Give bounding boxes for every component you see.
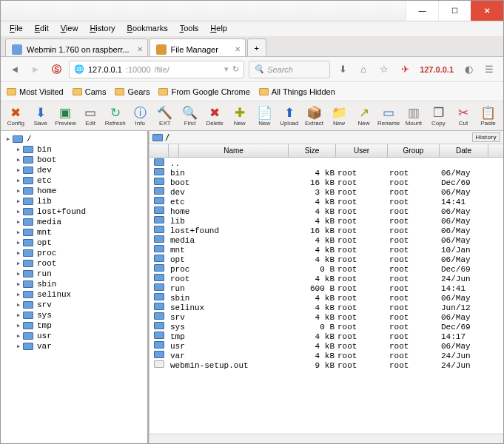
toolbtn-paste[interactable]: 📋Paste [476, 103, 500, 129]
window-maximize-button[interactable]: ☐ [438, 1, 471, 21]
menu-bookmarks[interactable]: Bookmarks [121, 21, 174, 36]
tree-node[interactable]: ▸media [2, 217, 146, 227]
horizontal-scrollbar[interactable] [149, 434, 503, 444]
tab[interactable]: File Manager✕ [149, 38, 246, 56]
folder-tree[interactable]: ▸/▸bin▸boot▸dev▸etc▸home▸lib▸lost+found▸… [1, 131, 149, 444]
tree-node[interactable]: ▸mnt [2, 227, 146, 238]
tree-node[interactable]: ▸lost+found [2, 206, 146, 217]
addon-icon[interactable]: ◐ [460, 61, 477, 78]
file-row[interactable]: etc4 kBrootroot14:41 [149, 197, 503, 206]
menu-help[interactable]: Help [204, 21, 233, 36]
file-row[interactable]: lib4 kBrootroot06/May [149, 216, 503, 226]
tree-node[interactable]: ▸run [2, 269, 146, 279]
nav-noscript-icon[interactable]: Ⓢ [48, 61, 64, 78]
window-close-button[interactable]: ✕ [471, 1, 503, 21]
file-list[interactable]: ..bin4 kBrootroot06/Mayboot16 kBrootroot… [149, 158, 503, 434]
file-row[interactable]: root4 kBrootroot24/Jun [149, 274, 503, 283]
file-row[interactable]: opt4 kBrootroot06/May [149, 255, 503, 264]
col-name[interactable]: Name [179, 144, 289, 157]
toolbtn-copy[interactable]: ❐Copy [426, 103, 451, 129]
tree-node[interactable]: ▸boot [2, 155, 146, 165]
toolbtn-upload[interactable]: ⬆Upload [278, 103, 302, 129]
reload-icon[interactable]: ↻ [232, 64, 239, 74]
nav-back-button[interactable]: ◄ [7, 61, 23, 78]
tree-node[interactable]: ▸proc [2, 248, 146, 258]
tree-node[interactable]: ▸bin [2, 144, 146, 155]
menu-history[interactable]: History [84, 21, 121, 36]
toolbtn-extract[interactable]: 📦Extract [302, 103, 326, 129]
file-row[interactable]: proc0 BrootrootDec/69 [149, 264, 503, 274]
tree-node[interactable]: ▸lib [2, 196, 146, 206]
menu-view[interactable]: View [55, 21, 84, 36]
window-minimize-button[interactable]: — [406, 1, 438, 21]
toolbtn-delete[interactable]: ✖Delete [203, 103, 227, 129]
file-row[interactable]: dev3 kBrootroot06/May [149, 187, 503, 197]
toolbtn-new[interactable]: ✚New [227, 103, 252, 129]
toolbtn-new[interactable]: 📄New [252, 103, 277, 129]
tree-node[interactable]: ▸etc [2, 175, 146, 186]
bookmark-item[interactable]: All Things Hidden [259, 87, 335, 96]
tree-node[interactable]: ▸var [2, 341, 146, 352]
file-row[interactable]: media4 kBrootroot06/May [149, 235, 503, 245]
tab[interactable]: Webmin 1.760 on raspberr...✕ [5, 38, 148, 56]
column-headers[interactable]: Name Size User Group Date [149, 144, 503, 158]
toolbtn-preview[interactable]: ▣Preview [53, 103, 78, 129]
toolbtn-find[interactable]: 🔍Find [178, 103, 202, 129]
col-size[interactable]: Size [289, 144, 336, 157]
tree-node[interactable]: ▸sbin [2, 279, 146, 289]
file-row[interactable]: lost+found16 kBrootroot06/May [149, 226, 503, 235]
menu-file[interactable]: File [4, 21, 29, 36]
file-row[interactable]: webmin-setup.out9 kBrootroot24/Jun [149, 360, 503, 370]
col-user[interactable]: User [336, 144, 388, 157]
toolbtn-cut[interactable]: ✂Cut [451, 103, 476, 129]
toolbtn-info[interactable]: ⓘInfo [128, 103, 152, 129]
file-row[interactable]: selinux4 kBrootrootJun/12 [149, 303, 503, 312]
close-icon[interactable]: ✕ [137, 45, 143, 53]
search-box[interactable]: 🔍 Search [249, 61, 330, 78]
tree-node[interactable]: ▸selinux [2, 289, 146, 300]
toolbtn-rename[interactable]: ▭Rename [377, 103, 401, 129]
menu-icon[interactable]: ☰ [481, 61, 497, 78]
tree-node[interactable]: ▸usr [2, 331, 146, 341]
parent-dir-row[interactable]: .. [149, 158, 503, 168]
file-row[interactable]: sys0 BrootrootDec/69 [149, 322, 503, 332]
col-date[interactable]: Date [440, 144, 488, 157]
col-group[interactable]: Group [388, 144, 440, 157]
tree-node[interactable]: ▸opt [2, 238, 146, 248]
toolbtn-edit[interactable]: ▭Edit [78, 103, 103, 129]
toolbtn-refresh[interactable]: ↻Refresh [103, 103, 127, 129]
tree-node[interactable]: ▸tmp [2, 320, 146, 331]
bookmark-item[interactable]: Gears [115, 87, 149, 96]
home-icon[interactable]: ⌂ [355, 61, 372, 78]
tree-root[interactable]: ▸/ [2, 134, 146, 144]
file-row[interactable]: home4 kBrootroot06/May [149, 206, 503, 216]
bookmark-star-icon[interactable]: ☆ [376, 61, 392, 78]
file-row[interactable]: sbin4 kBrootroot06/May [149, 293, 503, 303]
tree-node[interactable]: ▸srv [2, 300, 146, 310]
close-icon[interactable]: ✕ [235, 45, 241, 53]
file-row[interactable]: usr4 kBrootroot06/May [149, 341, 503, 351]
menu-tools[interactable]: Tools [174, 21, 205, 36]
downloads-icon[interactable]: ⬇ [335, 61, 351, 78]
file-row[interactable]: mnt4 kBrootroot10/Jan [149, 245, 503, 255]
bookmark-item[interactable]: Cams [73, 87, 107, 96]
new-tab-button[interactable]: + [247, 38, 266, 56]
toolbtn-config[interactable]: ✖Config [4, 103, 28, 129]
file-row[interactable]: bin4 kBrootroot06/May [149, 168, 503, 178]
url-bar[interactable]: 🌐 127.0.0.1:10000/file/ ▾ ↻ [69, 61, 244, 78]
tree-node[interactable]: ▸sys [2, 310, 146, 320]
toolbtn-ext[interactable]: 🔨EXT [153, 103, 178, 129]
file-row[interactable]: srv4 kBrootroot06/May [149, 312, 503, 322]
toolbtn-new[interactable]: ↗New [352, 103, 376, 129]
bookmark-item[interactable]: From Google Chrome [158, 87, 249, 96]
dropdown-icon[interactable]: ▾ [224, 64, 229, 74]
toolbtn-new[interactable]: 📁New [327, 103, 352, 129]
file-row[interactable]: var4 kBrootroot24/Jun [149, 351, 503, 360]
col-spacer[interactable] [169, 144, 179, 157]
bookmark-item[interactable]: Most Visited [7, 87, 64, 96]
location-icon[interactable]: ✈ [397, 61, 413, 78]
toolbtn-save[interactable]: ⬇Save [29, 103, 53, 129]
menu-edit[interactable]: Edit [29, 21, 55, 36]
tree-node[interactable]: ▸dev [2, 165, 146, 175]
file-row[interactable]: boot16 kBrootrootDec/69 [149, 178, 503, 187]
